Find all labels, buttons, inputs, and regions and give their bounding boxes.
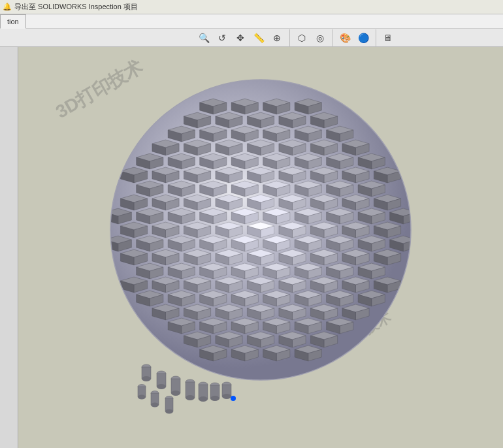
viewport[interactable]: 3D打印技术 3D打印技术 3D打印技术: [18, 38, 503, 448]
material-button[interactable]: 🔵: [355, 29, 372, 46]
select-button[interactable]: ⊕: [268, 29, 285, 46]
toolbar: 🔍 ↺ ✥ 📏 ⊕ ⬡ ◎ 🎨 🔵 🖥: [0, 29, 503, 47]
toolbar-color-section: 🎨 🔵: [336, 29, 376, 46]
pan-button[interactable]: ✥: [232, 29, 249, 46]
point-indicator: [231, 396, 236, 401]
notification-text: 导出至 SOLIDWORKS Inspection 项目: [14, 2, 138, 12]
lattice-pattern: [105, 80, 417, 380]
color-button[interactable]: 🎨: [336, 29, 353, 46]
toolbar-model-section: ⬡ ◎: [293, 29, 333, 46]
measure-button[interactable]: 📏: [250, 29, 267, 46]
svg-point-437: [186, 395, 195, 400]
left-panel: [0, 38, 18, 448]
svg-point-431: [157, 384, 166, 389]
solid-button[interactable]: ⬡: [293, 29, 310, 46]
toolbar-display-section: 🖥: [380, 29, 400, 46]
svg-point-446: [222, 394, 231, 399]
notification-bar: 🔔 导出至 SOLIDWORKS Inspection 项目: [0, 0, 503, 14]
svg-point-449: [138, 395, 146, 400]
toolbar-view-section: 🔍 ↺ ✥ 📏 ⊕: [195, 29, 290, 46]
menu-bar: tion: [0, 14, 503, 29]
wire-button[interactable]: ◎: [312, 29, 329, 46]
display-button[interactable]: 🖥: [380, 29, 397, 46]
tab-tion[interactable]: tion: [0, 14, 26, 29]
zoom-button[interactable]: 🔍: [195, 29, 212, 46]
svg-point-440: [199, 396, 208, 402]
svg-point-428: [142, 376, 151, 381]
svg-point-452: [151, 403, 159, 408]
model-svg: [84, 67, 437, 419]
svg-point-455: [165, 409, 173, 414]
notification-icon: 🔔: [3, 3, 12, 11]
svg-point-443: [210, 396, 219, 401]
3d-model[interactable]: [84, 67, 437, 419]
svg-point-434: [171, 391, 180, 396]
rotate-button[interactable]: ↺: [214, 29, 231, 46]
